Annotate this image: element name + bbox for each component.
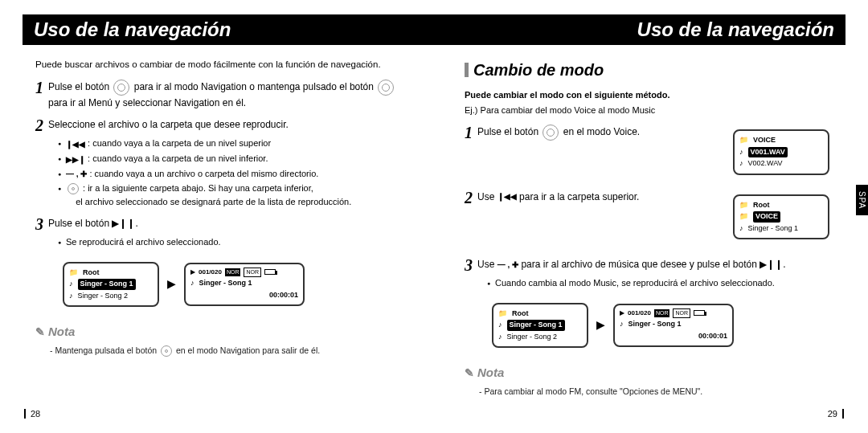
step-3: 3 Use — , ✚ para ir al archivo de música…: [465, 257, 833, 273]
music-icon: [620, 319, 625, 330]
step-text: Pulse el botón para ir al modo Navigatio…: [48, 80, 405, 111]
step1-text-b: para ir al modo Navigation o mantenga pu…: [134, 81, 374, 92]
step1-text-c: para ir al Menú y seleccionar Navigation…: [48, 97, 246, 108]
nor-badge: NOR: [673, 308, 690, 319]
lcd-screen-nav: Root Singer - Song 1 Singer - Song 2: [492, 303, 588, 349]
nota-text-b: en el modo Navigation para salir de él.: [176, 345, 320, 355]
intro-text: Puede buscar archivos o cambiar de modo …: [35, 58, 405, 71]
page-left: Uso de la navegación Puede buscar archiv…: [0, 0, 434, 433]
lcd-row: Singer - Song 2: [507, 332, 558, 343]
page-number: 29: [828, 409, 844, 419]
header-title: Uso de la navegación: [637, 18, 834, 41]
step-3: 3 Pulse el botón ▶❙❙.: [35, 216, 405, 232]
nota-text-a: - Mantenga pulsada el botón: [50, 345, 157, 355]
nota-body: - Mantenga pulsada el botón en el modo N…: [50, 345, 405, 357]
step-number: 3: [35, 216, 43, 232]
step1-text-a: Pulse el botón: [48, 81, 109, 92]
folder-icon: [739, 211, 750, 223]
lcd-pair: Root Singer - Song 1 Singer - Song 2 ▶ ▶…: [59, 257, 405, 312]
lcd-title: Root: [753, 200, 770, 211]
fast-forward-icon: ▶▶❙: [66, 153, 85, 165]
bullet: : ir a la siguiente carpeta abajo. Si ha…: [58, 182, 405, 208]
bullet: ▶▶❙ : cuando vaya a la carpeta de un niv…: [58, 152, 405, 165]
text: para ir al archivo de música que desee y…: [521, 259, 785, 270]
rewind-icon: ❙◀◀: [497, 190, 517, 203]
text: Use: [477, 259, 494, 270]
lcd-row-selected: Singer - Song 1: [507, 320, 565, 331]
lcd-screen-play: ▶001/020NORNOR Singer - Song 1 00:00:01: [613, 304, 734, 348]
lcd-row: Singer - Song 1: [748, 223, 799, 235]
lcd-time: 00:00:01: [698, 331, 727, 342]
arrow-right-icon: ▶: [167, 276, 176, 292]
step3-bullets: Se reproducirá el archivo seleccionado.: [58, 235, 405, 249]
section-title: Cambio de modo: [465, 58, 833, 82]
header-left: Uso de la navegación: [23, 14, 434, 45]
bullet: — , ✚ : cuando vaya a un archivo o carpe…: [58, 167, 405, 181]
bullet: Se reproducirá el archivo seleccionado.: [58, 235, 405, 249]
bullet: ❙◀◀ : cuando vaya a la carpeta de un niv…: [58, 137, 405, 150]
arrow-right-icon: ▶: [596, 317, 605, 333]
step-number: 1: [465, 125, 473, 141]
step-number: 2: [35, 117, 43, 133]
lcd-pair: Root Singer - Song 1 Singer - Song 2 ▶ ▶…: [489, 298, 833, 353]
bullet-text: el archivo seleccionado se designará par…: [76, 197, 351, 206]
step3-bullets: Cuando cambia al modo Music, se reproduc…: [487, 276, 833, 290]
nota-heading: Nota: [465, 364, 833, 382]
lcd-title: VOICE: [753, 135, 776, 146]
text: para ir a la carpeta superior.: [519, 191, 639, 202]
header-title: Uso de la navegación: [34, 18, 231, 41]
step2-block: Root VOICE Singer - Song 1 2 Use ❙◀◀ par…: [465, 190, 833, 245]
music-icon: [739, 158, 745, 170]
nota-title: Nota: [477, 364, 504, 382]
step-number: 2: [465, 190, 473, 206]
step-text: Pulse el botón en el modo Voice.: [477, 125, 640, 141]
lcd-song: Singer - Song 1: [628, 319, 682, 330]
play-icon: ▶: [190, 268, 195, 277]
nav-button-icon: [161, 345, 172, 357]
language-tab: SPA: [856, 185, 868, 215]
lcd-row: V002.WAV: [748, 158, 783, 170]
nav-button-icon: [68, 183, 79, 194]
step-1: 1 Pulse el botón para ir al modo Navigat…: [35, 80, 405, 111]
nor-badge: NOR: [654, 309, 670, 318]
page-body-left: Puede buscar archivos o cambiar de modo …: [0, 45, 434, 357]
music-icon: [498, 320, 504, 331]
lcd-row-selected: VOICE: [753, 211, 780, 223]
music-icon: [69, 279, 75, 290]
music-icon: [190, 278, 196, 289]
lcd-screen-voice: VOICE V001.WAV V002.WAV: [733, 129, 829, 175]
lcd-song: Singer - Song 1: [199, 278, 252, 289]
nav-button-icon: [542, 125, 559, 141]
nota-heading: Nota: [35, 323, 405, 341]
lcd-screen-play: ▶001/020NORNOR Singer - Song 1 00:00:01: [184, 263, 305, 307]
folder-icon: [498, 308, 509, 320]
step-2: 2 Seleccione el archivo o la carpeta que…: [35, 117, 405, 133]
minus-plus-icon: — , ✚: [497, 259, 518, 272]
minus-plus-icon: — , ✚: [66, 168, 87, 180]
lcd-row-selected: Singer - Song 1: [78, 279, 136, 290]
nav-button-icon: [113, 80, 129, 96]
page-number: 28: [24, 409, 40, 419]
lcd-title: Root: [512, 308, 529, 320]
lcd-screen-nav: Root Singer - Song 1 Singer - Song 2: [63, 262, 159, 308]
bullet-text: : cuando vaya a la carpeta de un nivel i…: [88, 153, 268, 163]
music-icon: [739, 147, 745, 158]
play-icon: ▶: [620, 308, 624, 318]
subnote: Puede cambiar el modo con el siguiente m…: [465, 88, 833, 102]
lcd-track: 001/020: [199, 268, 222, 277]
lcd-row-selected: V001.WAV: [748, 147, 788, 158]
step-number: 3: [465, 257, 473, 273]
folder-icon: [739, 200, 750, 211]
step-1: 1 Pulse el botón en el modo Voice.: [465, 125, 730, 141]
music-icon: [739, 223, 745, 235]
text: Use: [477, 191, 494, 202]
music-icon: [69, 291, 75, 302]
nav-button-icon: [378, 80, 394, 96]
nor-badge: NOR: [244, 268, 261, 278]
text: Pulse el botón: [477, 126, 538, 137]
folder-icon: [739, 135, 750, 146]
nor-badge: NOR: [225, 268, 241, 277]
folder-icon: [69, 268, 80, 279]
nota-body: - Para cambiar al modo FM, consulte "Opc…: [479, 386, 833, 398]
nota-title: Nota: [48, 323, 75, 341]
